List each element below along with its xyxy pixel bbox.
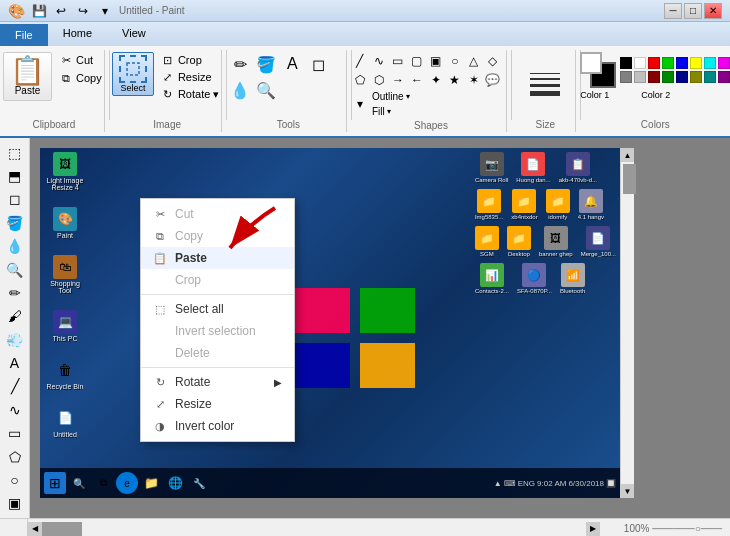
color-teal[interactable] [704, 71, 716, 83]
taskbar-ie[interactable]: e [116, 472, 138, 494]
left-tool-12[interactable]: ∿ [3, 399, 27, 420]
color-dark-blue[interactable] [676, 71, 688, 83]
tab-home[interactable]: Home [48, 22, 107, 46]
shape-hex[interactable]: ⬡ [370, 71, 388, 89]
taskbar-misc[interactable]: 🔧 [188, 472, 210, 494]
shape-star6[interactable]: ✶ [465, 71, 483, 89]
scroll-left[interactable]: ◀ [28, 522, 42, 536]
ctx-invert-color[interactable]: ◑ Invert color [141, 415, 294, 437]
eraser-button[interactable]: ◻ [306, 52, 330, 76]
color-blue[interactable] [676, 57, 688, 69]
select-button[interactable]: Select [112, 52, 154, 96]
rotate-button[interactable]: ↻ Rotate ▾ [158, 86, 222, 102]
hscroll-thumb[interactable] [42, 522, 82, 536]
desktop-icon-untitled[interactable]: 📄 Untitled [53, 406, 77, 438]
color-lime[interactable] [662, 57, 674, 69]
eyedropper-button[interactable]: 💧 [228, 78, 252, 102]
desktop-icon-r12[interactable]: 📊 Contacts-2... [475, 263, 509, 294]
color-olive[interactable] [690, 71, 702, 83]
size-line-4[interactable] [530, 91, 560, 96]
resize-button[interactable]: ⤢ Resize [158, 69, 222, 85]
ctx-select-all[interactable]: ⬚ Select all [141, 298, 294, 320]
maximize-button[interactable]: □ [684, 3, 702, 19]
color-cyan[interactable] [704, 57, 716, 69]
ctx-crop[interactable]: Crop [141, 269, 294, 291]
desktop-icon-r3[interactable]: 📋 akb-470vb-d... [559, 152, 597, 183]
scroll-up[interactable]: ▲ [621, 148, 634, 162]
ctx-invert-selection[interactable]: Invert selection [141, 320, 294, 342]
left-tool-10[interactable]: A [3, 352, 27, 373]
save-button[interactable]: 💾 [29, 2, 49, 20]
left-tool-8[interactable]: 🖌 [3, 306, 27, 327]
color-dark-green[interactable] [662, 71, 674, 83]
desktop-icon-shopping[interactable]: 🛍 Shopping Tool [44, 255, 86, 294]
paste-button[interactable]: 📋 Paste [3, 52, 52, 101]
left-tool-5[interactable]: 💧 [3, 236, 27, 257]
taskbar-cortana[interactable]: 🔍 [68, 472, 90, 494]
shape-star5[interactable]: ★ [446, 71, 464, 89]
left-tool-15[interactable]: ○ [3, 469, 27, 490]
cut-button[interactable]: ✂ Cut [56, 52, 105, 68]
color-red[interactable] [648, 57, 660, 69]
scroll-thumb[interactable] [623, 164, 636, 194]
ctx-resize[interactable]: ⤢ Resize [141, 393, 294, 415]
ctx-delete[interactable]: Delete [141, 342, 294, 364]
left-tool-16[interactable]: ▣ [3, 493, 27, 514]
desktop-icon-r14[interactable]: 📶 Bluetooth [560, 263, 585, 294]
left-tool-9[interactable]: 💨 [3, 329, 27, 350]
close-button[interactable]: ✕ [704, 3, 722, 19]
desktop-icon-r11[interactable]: 📄 Merge_100... [581, 226, 616, 257]
tab-view[interactable]: View [107, 22, 161, 46]
color-yellow[interactable] [690, 57, 702, 69]
desktop-icon-paint[interactable]: 🎨 Paint [53, 207, 77, 239]
color-gray1[interactable] [620, 71, 632, 83]
taskbar-explorer[interactable]: 📁 [140, 472, 162, 494]
left-tool-1[interactable]: ⬚ [3, 142, 27, 163]
color-purple[interactable] [718, 71, 730, 83]
shape-line[interactable]: ╱ [351, 52, 369, 70]
desktop-icon-r7[interactable]: 🔔 4.1 hangv [578, 189, 604, 220]
desktop-icon-r2[interactable]: 📄 Huong dan... [516, 152, 550, 183]
ctx-rotate[interactable]: ↻ Rotate ▶ [141, 371, 294, 393]
desktop-icon-r5[interactable]: 📁 xb4ntxdor [511, 189, 537, 220]
redo-button[interactable]: ↪ [73, 2, 93, 20]
scroll-right[interactable]: ▶ [586, 522, 600, 536]
magnifier-button[interactable]: 🔍 [254, 78, 278, 102]
color-gray2[interactable] [634, 71, 646, 83]
desktop-icon-r8[interactable]: 📁 SGM [475, 226, 499, 257]
left-tool-3[interactable]: ◻ [3, 189, 27, 210]
shape-ellipse[interactable]: ○ [446, 52, 464, 70]
paint-canvas[interactable]: 🖼 Light Image Resize 4 🎨 Paint 🛍 Shoppin… [40, 148, 620, 498]
left-tool-2[interactable]: ⬒ [3, 165, 27, 186]
desktop-icon-r4[interactable]: 📁 Img5835... [475, 189, 503, 220]
left-tool-7[interactable]: ✏ [3, 282, 27, 303]
shape-round-rect[interactable]: ▣ [427, 52, 445, 70]
pencil-button[interactable]: ✏ [228, 52, 252, 76]
shape-arrow-r[interactable]: → [389, 71, 407, 89]
left-tool-11[interactable]: ╱ [3, 376, 27, 397]
shape-curve[interactable]: ∿ [370, 52, 388, 70]
shape-callout[interactable]: 💬 [484, 71, 502, 89]
color-dark-red[interactable] [648, 71, 660, 83]
undo-button[interactable]: ↩ [51, 2, 71, 20]
left-tool-6[interactable]: 🔍 [3, 259, 27, 280]
color-black[interactable] [620, 57, 632, 69]
color2-swatch[interactable] [580, 52, 602, 74]
desktop-icon-thispc[interactable]: 💻 This PC [53, 310, 78, 342]
size-line-3[interactable] [530, 84, 560, 87]
fill-style-button[interactable]: Fill ▾ [370, 105, 412, 118]
shape-triangle[interactable]: △ [465, 52, 483, 70]
fill-button[interactable]: 🪣 [254, 52, 278, 76]
shape-pentagon[interactable]: ⬠ [351, 71, 369, 89]
left-tool-13[interactable]: ▭ [3, 423, 27, 444]
shape-rect2[interactable]: ▢ [408, 52, 426, 70]
text-button[interactable]: A [280, 52, 304, 76]
desktop-icon-r10[interactable]: 🖼 banner ghep [539, 226, 573, 257]
color-white[interactable] [634, 57, 646, 69]
desktop-icon-light-image[interactable]: 🖼 Light Image Resize 4 [44, 152, 86, 191]
desktop-icon-r9[interactable]: 📁 Desktop [507, 226, 531, 257]
horizontal-scrollbar[interactable] [42, 522, 586, 536]
customize-button[interactable]: ▾ [95, 2, 115, 20]
shape-more[interactable]: ▾ [351, 95, 369, 113]
desktop-icon-recycle[interactable]: 🗑 Recycle Bin [47, 358, 84, 390]
